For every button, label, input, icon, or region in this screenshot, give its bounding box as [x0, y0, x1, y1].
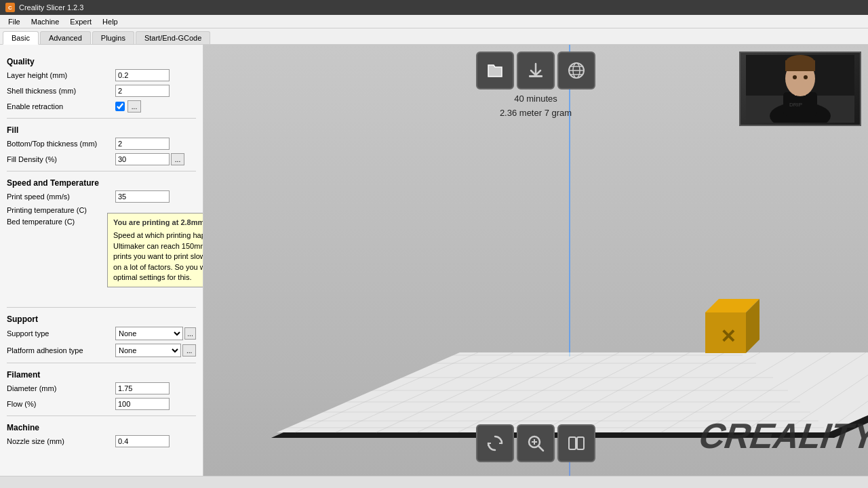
diameter-label: Diameter (mm): [7, 384, 115, 392]
tab-plugins[interactable]: Plugins: [92, 31, 134, 44]
fill-density-label: Fill Density (%): [7, 155, 115, 163]
support-type-select[interactable]: None Touching buildplate Everywhere: [115, 327, 183, 340]
print-speed-row: Print speed (mm/s): [7, 190, 196, 203]
nozzle-input[interactable]: [115, 435, 170, 447]
bed-temp-label: Bed temperature (C): [7, 218, 115, 226]
menubar: File Machine Expert Help: [0, 15, 868, 28]
filament-section-title: Filament: [7, 370, 196, 380]
print-speed-input[interactable]: [115, 190, 170, 203]
open-file-button[interactable]: [476, 52, 514, 89]
diameter-input[interactable]: [115, 382, 170, 394]
layer-height-label: Layer height (mm): [7, 71, 115, 79]
support-section-title: Support: [7, 314, 196, 324]
menu-expert[interactable]: Expert: [64, 16, 97, 27]
tooltip-body: Speed at which printing happens. A well …: [113, 230, 203, 283]
webcam-overlay: DRIP: [739, 52, 861, 126]
viewport[interactable]: CREALITY ✕: [203, 45, 868, 476]
flow-label: Flow (%): [7, 400, 115, 408]
webcam-feed: DRIP: [741, 53, 860, 125]
svg-text:✕: ✕: [720, 326, 736, 347]
fill-section-title: Fill: [7, 125, 196, 135]
network-button[interactable]: [557, 52, 595, 89]
split-view-button[interactable]: [557, 424, 595, 462]
shell-thickness-input[interactable]: [115, 85, 170, 97]
print-material: 2.36 meter 7 gram: [500, 108, 572, 118]
bottom-top-input[interactable]: [115, 138, 170, 150]
quality-section-title: Quality: [7, 57, 196, 66]
platform-dots-btn[interactable]: ...: [182, 344, 196, 357]
menu-file[interactable]: File: [3, 16, 26, 27]
zoom-button[interactable]: [517, 424, 555, 462]
statusbar: [0, 476, 868, 488]
app-icon: C: [5, 3, 15, 12]
main-layout: Quality Layer height (mm) Shell thicknes…: [0, 45, 868, 476]
tooltip-title: You are printing at 2.8mm^3 per second: [113, 218, 203, 228]
flow-row: Flow (%): [7, 398, 196, 410]
print-time: 40 minutes: [514, 94, 557, 104]
app-title: Creality Slicer 1.2.3: [19, 3, 83, 12]
print-speed-label: Print speed (mm/s): [7, 192, 115, 201]
retraction-row: Enable retraction ...: [7, 100, 196, 113]
svg-text:CREALITY: CREALITY: [694, 416, 868, 455]
toolbar-buttons: [476, 52, 595, 89]
svg-point-48: [804, 75, 808, 79]
fill-density-dots-btn[interactable]: ...: [171, 153, 184, 165]
top-toolbar: 40 minutes 2.36 meter 7 gram: [476, 52, 595, 118]
tab-advanced[interactable]: Advanced: [40, 31, 91, 44]
svg-rect-46: [785, 60, 815, 71]
bottom-toolbar: [476, 424, 595, 462]
svg-rect-53: [569, 437, 576, 449]
svg-rect-54: [577, 437, 584, 449]
support-type-label: Support type: [7, 329, 115, 338]
layer-height-input[interactable]: [115, 69, 170, 81]
tab-basic[interactable]: Basic: [3, 31, 39, 45]
layer-height-row: Layer height (mm): [7, 69, 196, 81]
support-dots-btn[interactable]: ...: [184, 327, 196, 340]
shell-thickness-label: Shell thickness (mm): [7, 87, 115, 95]
nozzle-row: Nozzle size (mm): [7, 435, 196, 447]
printing-temp-label: Printing temperature (C): [7, 206, 115, 214]
fill-density-input[interactable]: [115, 153, 170, 165]
svg-text:DRIP: DRIP: [789, 102, 802, 108]
tabbar: Basic Advanced Plugins Start/End-GCode: [0, 28, 868, 45]
menu-help[interactable]: Help: [97, 16, 123, 27]
fill-density-row: Fill Density (%) ...: [7, 153, 196, 165]
bottom-top-row: Bottom/Top thickness (mm): [7, 138, 196, 150]
svg-line-50: [538, 446, 543, 451]
tab-startend[interactable]: Start/End-GCode: [136, 31, 210, 44]
bottom-top-label: Bottom/Top thickness (mm): [7, 140, 115, 148]
settings-panel: Quality Layer height (mm) Shell thicknes…: [0, 45, 203, 476]
svg-point-47: [793, 75, 797, 79]
tooltip-popup: You are printing at 2.8mm^3 per second S…: [107, 213, 203, 287]
retraction-dots-btn[interactable]: ...: [127, 100, 141, 113]
shell-thickness-row: Shell thickness (mm): [7, 85, 196, 97]
retraction-label: Enable retraction: [7, 102, 115, 110]
retraction-checkbox[interactable]: [115, 102, 125, 111]
support-type-row: Support type None Touching buildplate Ev…: [7, 327, 196, 340]
speed-section-title: Speed and Temperature: [7, 178, 196, 188]
diameter-row: Diameter (mm): [7, 382, 196, 394]
platform-select[interactable]: None Brim Raft: [115, 344, 181, 357]
machine-section-title: Machine: [7, 423, 196, 432]
save-button[interactable]: [517, 52, 555, 89]
flow-input[interactable]: [115, 398, 170, 410]
menu-machine[interactable]: Machine: [26, 16, 65, 27]
platform-row: Platform adhesion type None Brim Raft ..…: [7, 344, 196, 357]
platform-label: Platform adhesion type: [7, 346, 115, 354]
nozzle-label: Nozzle size (mm): [7, 437, 115, 445]
rotate-view-button[interactable]: [476, 424, 514, 462]
svg-rect-32: [529, 75, 542, 77]
titlebar: C Creality Slicer 1.2.3: [0, 0, 868, 15]
